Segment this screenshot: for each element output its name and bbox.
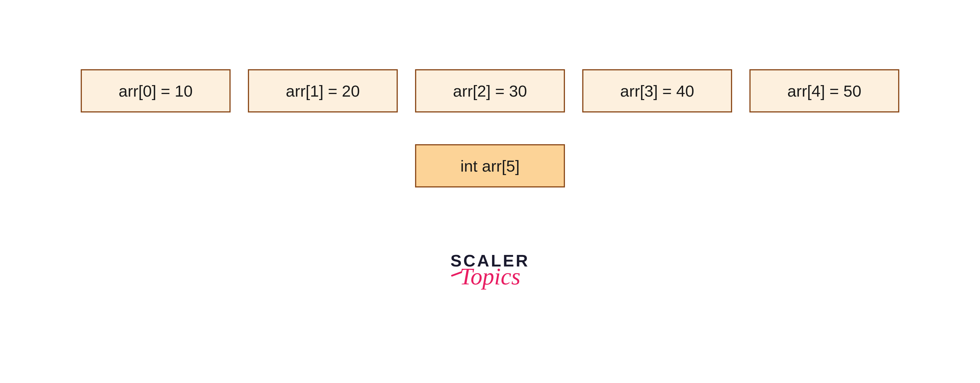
array-cell-0: arr[0] = 10 — [81, 69, 231, 112]
diagram-container: arr[0] = 10 arr[1] = 20 arr[2] = 30 arr[… — [0, 0, 980, 383]
array-declaration: int arr[5] — [415, 144, 565, 187]
logo-text-topics: Topics — [460, 263, 520, 290]
array-cell-4: arr[4] = 50 — [749, 69, 899, 112]
array-row: arr[0] = 10 arr[1] = 20 arr[2] = 30 arr[… — [81, 69, 899, 112]
array-cell-2: arr[2] = 30 — [415, 69, 565, 112]
array-cell-3: arr[3] = 40 — [582, 69, 732, 112]
scaler-topics-logo: SCALER Topics — [450, 251, 530, 290]
array-cell-1: arr[1] = 20 — [248, 69, 398, 112]
